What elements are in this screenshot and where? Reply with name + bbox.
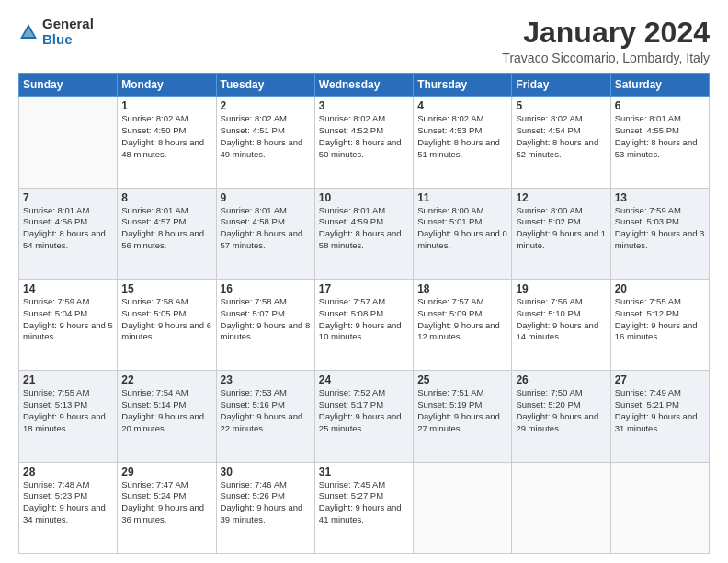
day-info: Sunrise: 7:58 AMSunset: 5:07 PMDaylight:… [221,296,311,343]
logo-icon [18,22,39,42]
day-number: 15 [121,282,211,295]
day-info: Sunrise: 8:02 AMSunset: 4:52 PMDaylight:… [319,113,409,160]
day-info: Sunrise: 7:54 AMSunset: 5:14 PMDaylight:… [121,387,211,434]
calendar-cell: 13Sunrise: 7:59 AMSunset: 5:03 PMDayligh… [610,188,709,279]
calendar-cell: 10Sunrise: 8:01 AMSunset: 4:59 PMDayligh… [314,188,413,279]
calendar-cell: 14Sunrise: 7:59 AMSunset: 5:04 PMDayligh… [19,279,118,370]
calendar-cell: 9Sunrise: 8:01 AMSunset: 4:58 PMDaylight… [216,188,314,279]
day-info: Sunrise: 7:57 AMSunset: 5:08 PMDaylight:… [319,296,409,343]
week-row-3: 14Sunrise: 7:59 AMSunset: 5:04 PMDayligh… [19,279,710,370]
calendar-cell: 6Sunrise: 8:01 AMSunset: 4:55 PMDaylight… [610,97,709,188]
week-row-1: 1Sunrise: 8:02 AMSunset: 4:50 PMDaylight… [19,97,710,188]
day-info: Sunrise: 7:53 AMSunset: 5:16 PMDaylight:… [221,387,311,434]
day-info: Sunrise: 8:01 AMSunset: 4:55 PMDaylight:… [615,113,705,160]
day-number: 10 [319,191,409,204]
logo: General Blue [18,17,94,47]
day-number: 16 [221,282,311,295]
day-number: 1 [121,99,211,112]
calendar-cell: 31Sunrise: 7:45 AMSunset: 5:27 PMDayligh… [314,462,413,553]
day-number: 2 [221,99,311,112]
day-number: 9 [221,191,311,204]
day-number: 23 [221,373,311,386]
day-info: Sunrise: 7:52 AMSunset: 5:17 PMDaylight:… [319,387,409,434]
day-info: Sunrise: 8:02 AMSunset: 4:53 PMDaylight:… [417,113,507,160]
day-number: 30 [221,465,311,478]
logo-blue: Blue [42,32,94,48]
calendar-cell [610,462,709,553]
calendar-cell: 20Sunrise: 7:55 AMSunset: 5:12 PMDayligh… [610,279,709,370]
calendar-cell: 12Sunrise: 8:00 AMSunset: 5:02 PMDayligh… [512,188,610,279]
day-info: Sunrise: 8:01 AMSunset: 4:57 PMDaylight:… [121,205,211,252]
day-number: 5 [516,99,606,112]
day-number: 31 [319,465,409,478]
day-number: 11 [417,191,507,204]
calendar-table: SundayMondayTuesdayWednesdayThursdayFrid… [18,73,710,554]
day-number: 4 [417,99,507,112]
day-info: Sunrise: 7:50 AMSunset: 5:20 PMDaylight:… [516,387,606,434]
day-info: Sunrise: 8:01 AMSunset: 4:56 PMDaylight:… [23,205,113,252]
calendar-cell: 5Sunrise: 8:02 AMSunset: 4:54 PMDaylight… [512,97,610,188]
day-info: Sunrise: 8:02 AMSunset: 4:54 PMDaylight:… [516,113,606,160]
day-number: 28 [23,465,113,478]
week-row-2: 7Sunrise: 8:01 AMSunset: 4:56 PMDaylight… [19,188,710,279]
weekday-header-sunday: Sunday [19,74,118,97]
calendar-cell: 11Sunrise: 8:00 AMSunset: 5:01 PMDayligh… [414,188,512,279]
day-number: 12 [516,191,606,204]
day-number: 24 [319,373,409,386]
calendar-cell: 17Sunrise: 7:57 AMSunset: 5:08 PMDayligh… [314,279,413,370]
weekday-header-wednesday: Wednesday [314,74,413,97]
calendar-cell: 3Sunrise: 8:02 AMSunset: 4:52 PMDaylight… [314,97,413,188]
calendar-cell: 30Sunrise: 7:46 AMSunset: 5:26 PMDayligh… [216,462,314,553]
week-row-5: 28Sunrise: 7:48 AMSunset: 5:23 PMDayligh… [19,462,710,553]
day-info: Sunrise: 7:45 AMSunset: 5:27 PMDaylight:… [319,479,409,526]
weekday-header-friday: Friday [512,74,610,97]
calendar-cell: 28Sunrise: 7:48 AMSunset: 5:23 PMDayligh… [19,462,118,553]
day-number: 6 [615,99,705,112]
day-info: Sunrise: 8:01 AMSunset: 4:58 PMDaylight:… [221,205,311,252]
day-info: Sunrise: 7:59 AMSunset: 5:04 PMDaylight:… [23,296,113,343]
day-number: 18 [417,282,507,295]
calendar-cell: 16Sunrise: 7:58 AMSunset: 5:07 PMDayligh… [216,279,314,370]
calendar-cell: 1Sunrise: 8:02 AMSunset: 4:50 PMDaylight… [118,97,216,188]
calendar-cell: 24Sunrise: 7:52 AMSunset: 5:17 PMDayligh… [314,371,413,462]
weekday-header-monday: Monday [118,74,216,97]
calendar-cell [512,462,610,553]
day-info: Sunrise: 8:00 AMSunset: 5:02 PMDaylight:… [516,205,606,252]
day-info: Sunrise: 8:00 AMSunset: 5:01 PMDaylight:… [417,205,507,252]
day-number: 3 [319,99,409,112]
day-number: 26 [516,373,606,386]
day-info: Sunrise: 7:59 AMSunset: 5:03 PMDaylight:… [615,205,705,252]
calendar-cell: 4Sunrise: 8:02 AMSunset: 4:53 PMDaylight… [414,97,512,188]
calendar-cell: 22Sunrise: 7:54 AMSunset: 5:14 PMDayligh… [118,371,216,462]
calendar-cell [414,462,512,553]
calendar-cell: 19Sunrise: 7:56 AMSunset: 5:10 PMDayligh… [512,279,610,370]
logo-general: General [42,17,94,32]
day-number: 14 [23,282,113,295]
calendar-cell: 23Sunrise: 7:53 AMSunset: 5:16 PMDayligh… [216,371,314,462]
calendar-cell: 27Sunrise: 7:49 AMSunset: 5:21 PMDayligh… [610,371,709,462]
day-info: Sunrise: 7:49 AMSunset: 5:21 PMDaylight:… [615,387,705,434]
calendar-cell: 15Sunrise: 7:58 AMSunset: 5:05 PMDayligh… [118,279,216,370]
day-number: 27 [615,373,705,386]
week-row-4: 21Sunrise: 7:55 AMSunset: 5:13 PMDayligh… [19,371,710,462]
calendar-cell: 8Sunrise: 8:01 AMSunset: 4:57 PMDaylight… [118,188,216,279]
weekday-header-row: SundayMondayTuesdayWednesdayThursdayFrid… [19,74,710,97]
day-info: Sunrise: 7:51 AMSunset: 5:19 PMDaylight:… [417,387,507,434]
day-info: Sunrise: 7:56 AMSunset: 5:10 PMDaylight:… [516,296,606,343]
calendar-cell [19,97,118,188]
calendar-title: January 2024 [502,17,710,49]
calendar-cell: 21Sunrise: 7:55 AMSunset: 5:13 PMDayligh… [19,371,118,462]
weekday-header-saturday: Saturday [610,74,709,97]
calendar-cell: 29Sunrise: 7:47 AMSunset: 5:24 PMDayligh… [118,462,216,553]
day-number: 19 [516,282,606,295]
calendar-cell: 18Sunrise: 7:57 AMSunset: 5:09 PMDayligh… [414,279,512,370]
day-number: 13 [615,191,705,204]
day-number: 7 [23,191,113,204]
calendar-subtitle: Travaco Siccomario, Lombardy, Italy [502,51,710,65]
logo-text: General Blue [42,17,94,47]
calendar-cell: 25Sunrise: 7:51 AMSunset: 5:19 PMDayligh… [414,371,512,462]
day-info: Sunrise: 7:58 AMSunset: 5:05 PMDaylight:… [121,296,211,343]
day-info: Sunrise: 7:57 AMSunset: 5:09 PMDaylight:… [417,296,507,343]
day-number: 22 [121,373,211,386]
calendar-cell: 7Sunrise: 8:01 AMSunset: 4:56 PMDaylight… [19,188,118,279]
